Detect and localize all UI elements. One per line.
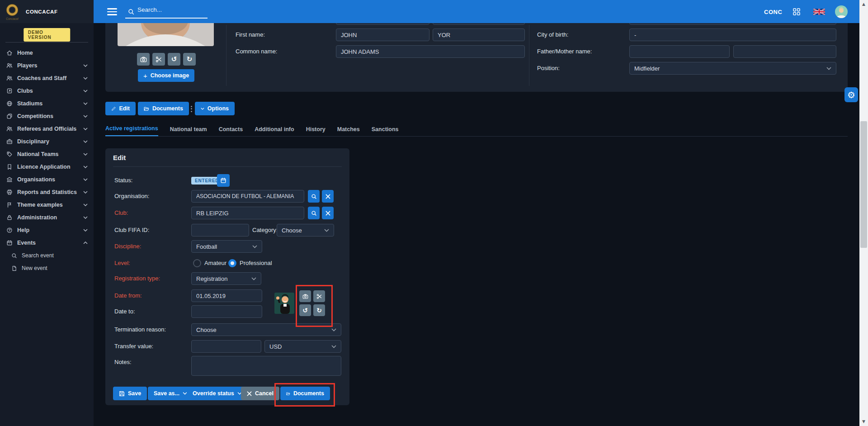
tab-matches[interactable]: Matches	[337, 126, 360, 136]
file-icon	[11, 265, 17, 271]
sidebar-item-players[interactable]: Players	[0, 59, 94, 72]
language-flag-uk-icon[interactable]	[813, 9, 825, 15]
apps-grid-icon[interactable]	[793, 8, 800, 15]
edit-button[interactable]: Edit	[105, 102, 136, 115]
pencil-icon	[111, 106, 116, 112]
club-clear-button[interactable]	[322, 207, 334, 219]
sidebar-item-stadiums[interactable]: Stadiums	[0, 97, 94, 110]
common-name-input[interactable]	[336, 45, 525, 58]
organisation-search-button[interactable]	[308, 190, 320, 203]
chevron-down-icon	[331, 345, 336, 348]
photo-camera-button[interactable]	[137, 53, 150, 66]
top-bar: CONC	[94, 0, 859, 23]
reg-photo-rotate-left-button[interactable]: ↺	[299, 304, 311, 316]
tab-history[interactable]: History	[306, 126, 326, 136]
cancel-button[interactable]: Cancel	[241, 387, 279, 400]
search-input[interactable]	[137, 6, 206, 14]
panel-documents-button[interactable]: Documents	[280, 387, 330, 400]
sidebar-item-theme-examples[interactable]: Theme examples	[0, 199, 94, 211]
club-search-button[interactable]	[308, 207, 320, 219]
tabs-underline	[105, 136, 848, 137]
sidebar-item-referees-and-officials[interactable]: Referees and Officials	[0, 123, 94, 135]
photo-rotate-right-button[interactable]: ↻	[183, 53, 196, 66]
card-divider	[529, 25, 529, 86]
currency-select[interactable]: USD	[264, 340, 341, 353]
tab-additional-info[interactable]: Additional info	[255, 126, 294, 136]
sidebar-item-clubs[interactable]: Clubs	[0, 85, 94, 97]
reg-photo-rotate-right-button[interactable]: ↻	[313, 304, 325, 316]
sidebar-item-help[interactable]: Help	[0, 224, 94, 237]
sidebar-item-licence-application[interactable]: Licence Application	[0, 161, 94, 173]
user-avatar[interactable]	[835, 5, 848, 18]
sidebar-subitem-new-event[interactable]: New event	[0, 262, 94, 275]
date-to-input[interactable]	[191, 305, 262, 318]
scrollbar-up-arrow[interactable]: ▲	[859, 2, 868, 6]
date-from-input[interactable]	[191, 289, 262, 302]
club-fifa-id-input[interactable]	[191, 224, 249, 237]
sidebar-item-competitions[interactable]: Competitions	[0, 110, 94, 123]
save-button[interactable]: Save	[113, 387, 147, 400]
notes-label: Notes:	[114, 356, 132, 369]
sidebar-item-home[interactable]: Home	[0, 47, 94, 59]
transfer-value-input[interactable]	[191, 340, 261, 353]
options-button[interactable]: Options	[195, 102, 235, 115]
sidebar: DEMO VERSION Home Players Coaches and St…	[0, 23, 94, 426]
tab-sanctions[interactable]: Sanctions	[372, 126, 399, 136]
sidebar-item-reports-and-statistics[interactable]: Reports and Statistics	[0, 186, 94, 199]
club-input[interactable]	[191, 207, 304, 219]
organisation-input[interactable]	[191, 190, 304, 203]
status-history-button[interactable]	[217, 174, 230, 187]
app-window: ↺ ↻ + Choose image First name: Common na…	[0, 0, 868, 426]
sidebar-item-events[interactable]: Events	[0, 237, 94, 249]
organisation-clear-button[interactable]	[322, 190, 334, 203]
second-name-input[interactable]	[433, 28, 525, 41]
drag-handle-dots[interactable]	[191, 104, 192, 113]
first-name-input[interactable]	[336, 28, 429, 41]
registration-type-select[interactable]: Registration	[191, 272, 261, 285]
level-professional-label: Professional	[240, 257, 272, 270]
theme-settings-button[interactable]: ⚙	[844, 87, 858, 102]
notes-textarea[interactable]	[191, 356, 341, 376]
sidebar-header: Concacaf CONCACAF	[0, 0, 94, 23]
photo-rotate-left-button[interactable]: ↺	[168, 53, 180, 66]
override-status-button[interactable]: Override status	[187, 387, 248, 400]
scrollbar-thumb[interactable]	[860, 121, 867, 248]
chevron-down-icon	[83, 128, 88, 130]
folder-open-icon	[286, 391, 290, 397]
mother-name-input[interactable]	[733, 45, 836, 58]
chevron-down-icon	[83, 64, 88, 67]
level-professional-radio[interactable]	[228, 259, 236, 267]
reg-photo-camera-button[interactable]	[299, 290, 311, 302]
chevron-down-icon	[83, 229, 88, 232]
chevron-down-icon	[83, 102, 88, 105]
choose-image-button[interactable]: + Choose image	[138, 69, 194, 82]
position-select[interactable]: Midfielder	[629, 62, 836, 75]
sidebar-item-national-teams[interactable]: National Teams	[0, 148, 94, 161]
rotate-left-icon: ↺	[171, 55, 177, 63]
city-of-birth-input[interactable]	[629, 28, 836, 41]
sidebar-subitem-search-event[interactable]: Search event	[0, 249, 94, 262]
registration-type-label: Registration type:	[114, 272, 160, 285]
hamburger-menu-button[interactable]	[107, 8, 117, 15]
father-name-input[interactable]	[629, 45, 730, 58]
category-select[interactable]: Choose	[277, 224, 334, 237]
search-icon	[311, 210, 317, 216]
chevron-down-icon	[251, 277, 256, 280]
tab-national-team[interactable]: National team	[170, 126, 207, 136]
org-code: CONC	[764, 9, 782, 15]
reg-photo-crop-button[interactable]	[313, 290, 325, 302]
discipline-select[interactable]: Football	[191, 240, 262, 253]
save-as-button[interactable]: Save as...	[148, 387, 193, 400]
sidebar-item-disciplinary[interactable]: Disciplinary	[0, 135, 94, 148]
level-amateur-radio[interactable]	[193, 259, 201, 267]
photo-crop-button[interactable]	[152, 53, 165, 66]
tab-contacts[interactable]: Contacts	[219, 126, 243, 136]
scrollbar-down-arrow[interactable]: ▼	[859, 420, 868, 424]
sidebar-item-coaches-and-staff[interactable]: Coaches and Staff	[0, 72, 94, 85]
documents-button[interactable]: Documents	[138, 102, 189, 115]
sidebar-item-organisations[interactable]: Organisations	[0, 173, 94, 186]
tab-active-registrations[interactable]: Active registrations	[105, 125, 158, 136]
termination-reason-select[interactable]: Choose	[191, 323, 341, 336]
sidebar-item-administration[interactable]: Administration	[0, 211, 94, 224]
sidebar-divider	[5, 42, 88, 43]
